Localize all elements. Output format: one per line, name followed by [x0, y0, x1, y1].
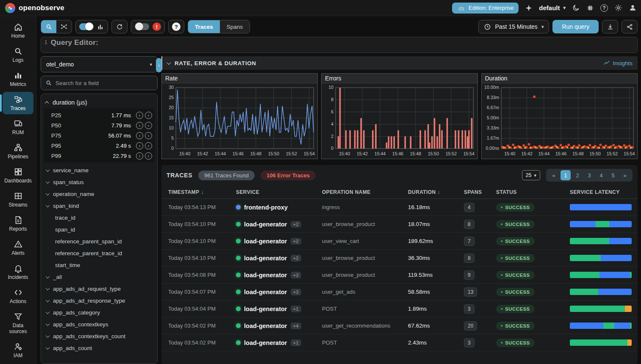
service-map-button[interactable]	[56, 20, 72, 33]
exclude-filter-button[interactable]: ‹	[145, 132, 152, 139]
column-header-service-latency[interactable]: SERVICE LATENCY	[570, 189, 636, 195]
column-header-service[interactable]: SERVICE	[236, 189, 322, 195]
pagination-page-1[interactable]: 1	[561, 170, 571, 180]
column-header-spans[interactable]: SPANS	[464, 189, 496, 195]
nav-item-streams[interactable]: Streams	[3, 188, 33, 211]
svg-text:15:44: 15:44	[375, 151, 386, 156]
histogram-toggle[interactable]	[79, 23, 94, 30]
theme-moon-icon[interactable]	[572, 4, 580, 12]
trace-row[interactable]: Today 03:54:08 PMload-generator+3user_br…	[161, 267, 638, 284]
column-header-status[interactable]: STATUS	[496, 189, 570, 195]
refresh-button[interactable]	[112, 20, 127, 33]
query-editor[interactable]: 1 Query Editor:	[41, 37, 638, 53]
trace-service: load-generator+2	[236, 238, 322, 245]
include-filter-button[interactable]: ›	[136, 112, 143, 119]
gear-icon[interactable]	[614, 4, 622, 12]
field-item-app_ads_count[interactable]: app_ads_count	[41, 342, 157, 354]
nav-item-rum[interactable]: RUM	[3, 116, 33, 138]
edition-button[interactable]: Edition: Enterprise	[452, 3, 519, 14]
trace-row[interactable]: Today 03:54:10 PMload-generator+2user_br…	[161, 216, 638, 233]
include-filter-button[interactable]: ›	[136, 122, 143, 129]
include-filter-button[interactable]: ›	[136, 132, 143, 139]
trace-row[interactable]: Today 03:54:13 PMfrontend-proxyingress16…	[161, 199, 638, 216]
nav-item-dashboards[interactable]: Dashboards	[3, 164, 33, 187]
red-section-title-wrap[interactable]: RATE, ERROR & DURATION	[167, 60, 256, 66]
pagination-page-4[interactable]: 4	[596, 170, 606, 180]
help-query-button[interactable]: ?	[169, 20, 184, 33]
run-query-button[interactable]: Run query	[552, 20, 599, 33]
column-header-operation-name[interactable]: OPERATION NAME	[322, 189, 408, 195]
field-item-app_ads_contextkeys_count[interactable]: app_ads_contextkeys_count	[41, 330, 157, 342]
field-item-label: trace_id	[55, 215, 75, 221]
error-traces-badge[interactable]: 106 Error Traces	[261, 171, 316, 180]
nav-item-pipelines[interactable]: Pipelines	[3, 140, 33, 163]
nav-item-traces[interactable]: Traces	[3, 92, 33, 114]
download-button[interactable]	[602, 20, 618, 33]
tab-spans[interactable]: Spans	[220, 20, 250, 33]
trace-row[interactable]: Today 03:54:04 PMload-generator+1POST1.8…	[161, 301, 638, 317]
slack-icon[interactable]	[586, 4, 594, 12]
page-size-selector[interactable]: 25 ▾	[522, 170, 540, 180]
include-filter-button[interactable]: ›	[136, 142, 143, 149]
pagination-first[interactable]: «	[549, 170, 559, 180]
nav-item-incidents[interactable]: Incidents	[3, 261, 33, 283]
column-header-duration[interactable]: DURATION↕	[408, 189, 464, 195]
share-button[interactable]	[622, 20, 638, 33]
org-selector[interactable]: default ▾	[539, 4, 566, 11]
pagination-page-5[interactable]: 5	[608, 170, 618, 180]
exclude-filter-button[interactable]: ‹	[145, 122, 152, 129]
account-icon[interactable]	[628, 4, 637, 12]
field-item-app_ads_ad_request_type[interactable]: app_ads_ad_request_type	[41, 283, 157, 295]
field-item-_all[interactable]: _all	[41, 271, 157, 283]
column-header-timestamp[interactable]: TIMESTAMP↓	[168, 189, 236, 195]
field-item-span_status[interactable]: span_status	[41, 176, 157, 188]
errors-only-toggle[interactable]	[135, 23, 149, 30]
trace-row[interactable]: Today 03:54:07 PMload-generator+3user_ge…	[161, 284, 638, 301]
insights-link[interactable]: Insights	[603, 60, 633, 66]
exclude-filter-button[interactable]: ‹	[145, 152, 152, 160]
nav-item-alerts[interactable]: Alerts	[3, 237, 33, 259]
field-item-app_ads_category[interactable]: app_ads_category	[41, 306, 157, 318]
field-item-reference_parent_span_id[interactable]: reference_parent_span_id	[41, 235, 157, 247]
include-filter-button[interactable]: ›	[136, 152, 143, 160]
field-item-start_time[interactable]: start_time	[41, 259, 157, 271]
field-item-service_name[interactable]: service_name	[41, 164, 157, 176]
help-icon[interactable]: ?	[600, 4, 608, 12]
nav-item-actions[interactable]: Actions	[3, 285, 33, 307]
time-range-selector[interactable]: Past 15 Minutes ▾	[478, 20, 549, 33]
trace-row[interactable]: Today 03:54:10 PMload-generator+2user_br…	[161, 250, 638, 267]
nav-item-data-sources[interactable]: Data sources	[3, 309, 33, 337]
stream-selector[interactable]: otel_demo ▾	[41, 56, 158, 72]
openobserve-logo[interactable]: openobserve	[5, 3, 64, 13]
field-item-app_ads_contextkeys[interactable]: app_ads_contextkeys	[41, 318, 157, 330]
trace-row[interactable]: Today 03:54:10 PMload-generator+2user_vi…	[161, 233, 638, 250]
trace-row[interactable]: Today 03:54:02 PMload-generator+1POST2.4…	[161, 334, 638, 351]
trace-row[interactable]: Today 03:54:02 PMload-generator+4user_ge…	[161, 317, 638, 334]
pagination-page-2[interactable]: 2	[572, 170, 583, 180]
field-search-input[interactable]	[55, 80, 153, 86]
service-name: load-generator	[244, 238, 287, 245]
field-item-span_id[interactable]: span_id	[41, 223, 157, 235]
trace-service: load-generator+2	[236, 255, 322, 262]
nav-item-home[interactable]: Home	[3, 19, 33, 42]
nav-item-reports[interactable]: Reports	[3, 212, 33, 235]
exclude-filter-button[interactable]: ‹	[145, 142, 152, 149]
field-item-span_kind[interactable]: span_kind	[41, 200, 157, 212]
duration-section-header[interactable]: duration (µs)	[41, 97, 157, 108]
collapse-fields-handle[interactable]: ‹	[156, 58, 162, 72]
nav-item-iam[interactable]: IAM	[3, 339, 33, 361]
pagination-last[interactable]: »	[620, 170, 630, 180]
field-item-operation_name[interactable]: operation_name	[41, 188, 157, 200]
pagination-page-3[interactable]: 3	[584, 170, 594, 180]
service-latency-bar	[570, 272, 632, 278]
nav-item-logs[interactable]: Logs	[3, 44, 33, 66]
tab-traces[interactable]: Traces	[188, 20, 220, 33]
field-item-app_ads_ad_response_type[interactable]: app_ads_ad_response_type	[41, 295, 157, 306]
exclude-filter-button[interactable]: ‹	[145, 112, 152, 119]
nav-item-metrics[interactable]: Metrics	[3, 68, 33, 90]
field-item-reference_parent_trace_id[interactable]: reference_parent_trace_id	[41, 247, 157, 259]
search-mode-button[interactable]	[41, 20, 56, 33]
svg-text:15:44: 15:44	[538, 151, 549, 156]
field-item-trace_id[interactable]: trace_id	[41, 212, 157, 223]
sparkle-icon[interactable]	[524, 4, 533, 12]
